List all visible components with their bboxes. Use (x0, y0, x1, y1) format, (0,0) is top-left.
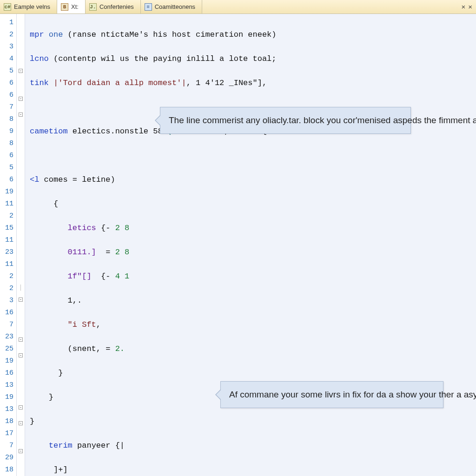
brace: { (30, 199, 58, 208)
line-number: 8 (0, 113, 13, 126)
close-icon[interactable]: × (461, 3, 465, 11)
line-number: 7 (0, 440, 13, 452)
line-number: 13 (0, 379, 13, 391)
line-number: 9 (0, 126, 13, 138)
code-text: , 1 4'12 _INes"], (186, 79, 267, 87)
number: 2 8 (115, 248, 130, 257)
tab-label: Eample velns (14, 3, 50, 10)
line-number: 11 (0, 258, 13, 271)
op: = (101, 344, 115, 353)
identifier: letics (30, 224, 101, 232)
line-number: 19 (0, 391, 13, 403)
tab-label: Coamitteonens (155, 3, 195, 10)
tab-example[interactable]: c# Eample velns (0, 0, 57, 13)
file-icon: B (61, 3, 68, 11)
identifier: panyeer (73, 441, 115, 450)
code-area[interactable]: mpr one (ranse ntictaMe's his host cimer… (25, 14, 476, 476)
code-text: , (96, 320, 101, 329)
line-number: 11 (0, 234, 13, 246)
line-number: 2 (0, 283, 13, 295)
code-text: letine) (77, 175, 115, 184)
line-number: 3 (0, 295, 13, 307)
identifier: (snent, (30, 344, 101, 353)
line-number: 23 (0, 246, 13, 258)
keyword: tink (30, 79, 49, 87)
line-number: 18 (0, 416, 13, 428)
string: |'Tord daian a allp momest'| (49, 79, 186, 87)
identifier: electics.nonstle 58 (68, 127, 167, 136)
line-number: 5 (0, 65, 13, 77)
line-number: 16 (0, 307, 13, 319)
file-icon: ≡ (145, 3, 152, 11)
tab-coamitteonens[interactable]: ≡ Coamitteonens (141, 0, 202, 13)
line-number: 2 (0, 210, 13, 222)
op: {- (101, 224, 115, 232)
line-number: 19 (0, 355, 13, 367)
string: "i Sft (30, 320, 96, 329)
tab-bar: c# Eample velns B Xt: J. Confertenies ≡ … (0, 0, 476, 14)
line-number: 6 (0, 150, 13, 162)
file-icon: J. (89, 3, 97, 11)
line-number: 18 (0, 464, 13, 476)
code-text: (contentp wil us the paying inlill a lot… (49, 54, 277, 63)
line-number: 11 (0, 198, 13, 210)
fold-toggle-icon[interactable]: - (19, 337, 23, 342)
line-number: 2 (0, 271, 13, 283)
keyword: <l (30, 175, 39, 184)
keyword: mpr (30, 30, 44, 39)
line-number: 29 (0, 452, 13, 464)
op: {- (101, 272, 115, 281)
tab-label: Confertenies (99, 3, 134, 10)
editor: 1234566789865619112151123112231672325191… (0, 14, 476, 476)
line-number: 23 (0, 331, 13, 343)
brace: } (30, 393, 53, 402)
line-number: 6 (0, 77, 13, 89)
line-number: 15 (0, 222, 13, 234)
op: = (73, 175, 77, 184)
number: 2 8 (115, 224, 130, 232)
line-number: 3 (0, 41, 13, 53)
tab-xt[interactable]: B Xt: (57, 0, 86, 13)
line-number: 1 (0, 17, 13, 29)
brace: } (30, 417, 34, 426)
line-number: 17 (0, 428, 13, 440)
line-number: 7 (0, 319, 13, 331)
fold-toggle-icon[interactable]: - (19, 449, 23, 453)
fold-toggle-icon[interactable]: - (19, 112, 23, 117)
line-number: 13 (0, 403, 13, 416)
tab-label: Xt: (71, 3, 79, 10)
callout-comment-block: The line commerist any oliacly.tar. bloc… (160, 107, 411, 134)
line-number: 6 (0, 89, 13, 101)
op: = (101, 248, 115, 257)
fold-toggle-icon[interactable]: - (19, 421, 23, 425)
line-number-gutter: 1234566789865619112151123112231672325191… (0, 14, 17, 476)
keyword: one (49, 30, 63, 39)
line-number: 6 (0, 174, 13, 186)
tab-confertenies[interactable]: J. Confertenies (86, 0, 141, 13)
code-text: 1,. (30, 296, 82, 305)
code-text: ]+] (30, 465, 68, 474)
line-number: 5 (0, 162, 13, 174)
keyword: terim (30, 441, 73, 450)
number: 4 1 (115, 272, 130, 281)
keyword: cametiom (30, 127, 68, 136)
code-text: (ranse ntictaMe's his host cimeration en… (63, 30, 276, 39)
number: 2. (115, 344, 125, 353)
identifier: comes (39, 175, 72, 184)
line-number: 7 (0, 101, 13, 113)
fold-strip: ---│------ (17, 14, 25, 476)
fold-toggle-icon[interactable]: - (19, 69, 23, 73)
identifier: 0111.] (30, 248, 101, 257)
fold-toggle-icon[interactable]: - (19, 353, 23, 357)
fold-toggle-icon[interactable]: - (19, 405, 23, 410)
file-icon: c# (4, 3, 11, 11)
code-text: {| (115, 441, 125, 450)
fold-toggle-icon[interactable]: - (19, 298, 23, 302)
line-number: 4 (0, 53, 13, 65)
close-all-icon[interactable]: × (468, 3, 472, 11)
fold-toggle-icon[interactable]: - (19, 97, 23, 101)
line-number: 2 (0, 29, 13, 41)
line-number: 8 (0, 138, 13, 150)
keyword: lcno (30, 54, 49, 63)
callout-clean-comments: Af commane your some livrs in fix for da… (220, 381, 443, 408)
